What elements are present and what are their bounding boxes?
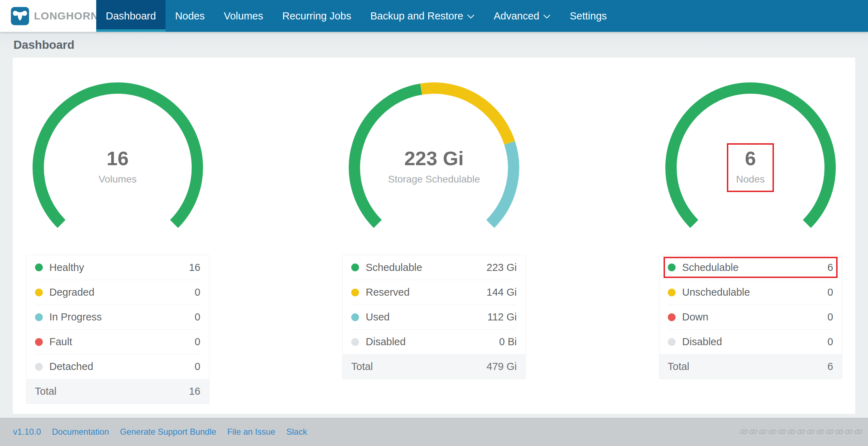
- legend-row: Healthy 16: [35, 255, 201, 280]
- chain-link-icon: [739, 427, 748, 436]
- status-dot: [668, 338, 676, 346]
- slack-link[interactable]: Slack: [286, 427, 307, 437]
- chain-link-icon: [777, 427, 787, 436]
- top-nav-bar: LONGHORN Dashboard Nodes Volumes Recurri…: [0, 0, 868, 32]
- file-issue-link[interactable]: File an Issue: [227, 427, 275, 437]
- legend-label: Disabled: [366, 336, 499, 348]
- volumes-panel: 16 Volumes Healthy 16 Degraded 0 In Prog…: [21, 79, 214, 405]
- support-bundle-link[interactable]: Generate Support Bundle: [120, 427, 216, 437]
- legend-row: Detached 0: [35, 354, 201, 379]
- nav-tab-label: Volumes: [224, 10, 263, 22]
- legend-row: Disabled 0 Bi: [351, 329, 517, 354]
- legend-label: Used: [366, 311, 487, 323]
- nav-tab-nodes[interactable]: Nodes: [166, 0, 214, 32]
- chain-link-icon: [749, 427, 758, 436]
- chain-link-icon: [806, 427, 815, 436]
- gauge-segment-schedulable: [671, 88, 830, 224]
- version-link[interactable]: v1.10.0: [13, 427, 41, 437]
- gauge-segment-healthy: [38, 88, 197, 224]
- status-dot: [351, 289, 359, 296]
- chain-link-icon: [854, 427, 863, 436]
- legend-label: In Progress: [50, 311, 195, 323]
- chevron-down-icon: [543, 14, 551, 19]
- status-dot: [35, 338, 43, 346]
- gauge-segment-used: [490, 143, 514, 224]
- status-dot: [668, 313, 676, 321]
- legend-row: Schedulable 223 Gi: [351, 255, 517, 280]
- volumes-legend: Healthy 16 Degraded 0 In Progress 0 Faul…: [27, 255, 209, 379]
- legend-value: 0: [195, 286, 200, 298]
- nav-tab-backup-and-restore[interactable]: Backup and Restore: [361, 0, 484, 32]
- chain-link-icon: [844, 427, 853, 436]
- legend-value: 0: [827, 311, 833, 323]
- legend-value: 223 Gi: [487, 262, 517, 273]
- main-nav: Dashboard Nodes Volumes Recurring Jobs B…: [96, 0, 617, 32]
- nav-tab-label: Recurring Jobs: [282, 10, 351, 22]
- status-dot: [668, 289, 676, 296]
- legend-row: Used 112 Gi: [351, 305, 517, 329]
- legend-label: Fault: [50, 336, 195, 348]
- legend-value: 0: [827, 336, 833, 348]
- dashboard-card: 16 Volumes Healthy 16 Degraded 0 In Prog…: [13, 58, 855, 414]
- volumes-gauge-ring: [29, 79, 206, 235]
- nav-tab-label: Advanced: [494, 10, 539, 22]
- chain-link-icon: [835, 427, 844, 436]
- nav-tab-settings[interactable]: Settings: [560, 0, 617, 32]
- volumes-legend-table: Healthy 16 Degraded 0 In Progress 0 Faul…: [26, 255, 209, 404]
- storage-panel: 223 Gi Storage Schedulable Schedulable 2…: [338, 79, 531, 405]
- total-value: 6: [827, 361, 833, 372]
- total-label: Total: [35, 386, 189, 397]
- gauge-segment-schedulable: [354, 89, 421, 224]
- longhorn-logo[interactable]: LONGHORN: [0, 0, 96, 32]
- nodes-gauge-ring: [662, 79, 839, 235]
- legend-label: Unschedulable: [682, 286, 828, 298]
- legend-row: Reserved 144 Gi: [351, 280, 517, 305]
- legend-value: 0: [827, 286, 833, 298]
- nav-tab-label: Dashboard: [106, 10, 156, 22]
- storage-legend: Schedulable 223 Gi Reserved 144 Gi Used …: [343, 255, 525, 354]
- legend-label: Healthy: [50, 262, 189, 273]
- bull-icon: [11, 7, 29, 25]
- legend-value: 16: [189, 262, 200, 273]
- volumes-gauge: 16 Volumes: [29, 79, 206, 235]
- legend-row: Schedulable 6: [668, 255, 833, 280]
- storage-gauge: 223 Gi Storage Schedulable: [346, 79, 522, 235]
- gauge-segment-reserved: [421, 88, 510, 143]
- total-label: Total: [668, 361, 828, 372]
- nav-tab-dashboard[interactable]: Dashboard: [96, 0, 166, 32]
- legend-value: 0: [195, 311, 200, 323]
- legend-value: 0 Bi: [499, 336, 517, 348]
- legend-value: 144 Gi: [487, 286, 517, 298]
- legend-label: Reserved: [366, 286, 487, 298]
- documentation-link[interactable]: Documentation: [52, 427, 109, 437]
- storage-gauge-ring: [346, 79, 522, 235]
- brand-name: LONGHORN: [34, 10, 99, 22]
- legend-label: Degraded: [50, 286, 195, 298]
- nav-tab-label: Settings: [570, 10, 607, 22]
- nav-tab-advanced[interactable]: Advanced: [484, 0, 560, 32]
- legend-row: Fault 0: [35, 329, 201, 354]
- status-dot: [35, 289, 43, 296]
- legend-label: Detached: [50, 361, 195, 372]
- nav-tab-volumes[interactable]: Volumes: [214, 0, 273, 32]
- footer-links: v1.10.0 Documentation Generate Support B…: [13, 427, 307, 437]
- storage-legend-table: Schedulable 223 Gi Reserved 144 Gi Used …: [342, 255, 526, 379]
- storage-total-row: Total 479 Gi: [343, 354, 525, 379]
- status-dot: [35, 263, 43, 271]
- legend-value: 112 Gi: [487, 311, 517, 323]
- nodes-legend-table: Schedulable 6 Unschedulable 0 Down 0 Dis…: [659, 255, 842, 379]
- status-dot: [351, 338, 359, 346]
- chain-link-icon: [825, 427, 834, 436]
- volumes-total-row: Total 16: [27, 379, 209, 404]
- legend-value: 6: [827, 262, 833, 273]
- nav-tab-recurring-jobs[interactable]: Recurring Jobs: [273, 0, 361, 32]
- total-label: Total: [351, 361, 487, 372]
- legend-row: In Progress 0: [35, 305, 201, 329]
- status-dot: [668, 263, 676, 271]
- legend-row: Disabled 0: [668, 329, 833, 354]
- nodes-legend: Schedulable 6 Unschedulable 0 Down 0 Dis…: [659, 255, 842, 354]
- chain-link-icon: [768, 427, 777, 436]
- nodes-total-row: Total 6: [659, 354, 842, 379]
- legend-row: Down 0: [668, 305, 833, 329]
- legend-label: Schedulable: [366, 262, 487, 273]
